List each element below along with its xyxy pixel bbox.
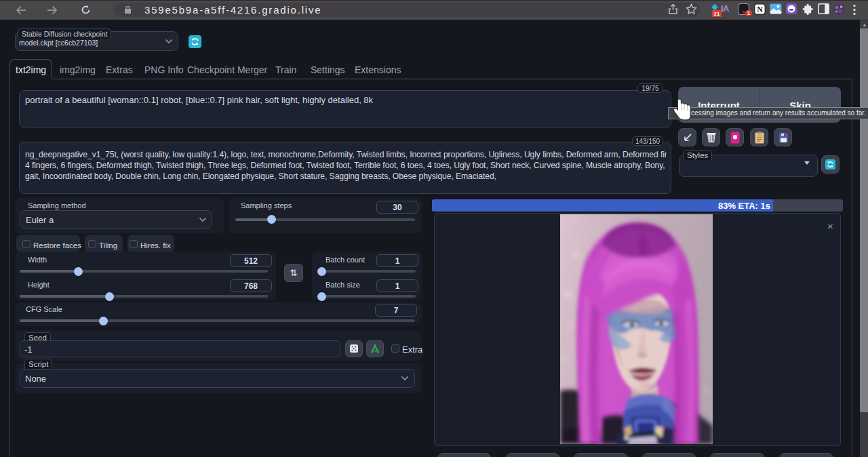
svg-text:21: 21 xyxy=(714,11,720,17)
svg-text:1: 1 xyxy=(747,10,750,16)
svg-text:N: N xyxy=(757,5,763,14)
